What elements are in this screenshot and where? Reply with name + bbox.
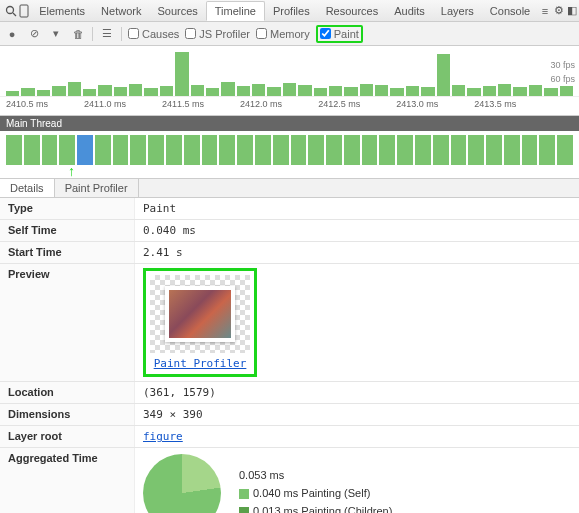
agg-total: 0.053 ms: [239, 466, 392, 484]
type-label: Type: [0, 198, 135, 219]
aggtime-legend: 0.053 ms 0.040 ms Painting (Self) 0.013 …: [239, 466, 392, 514]
aggtime-label: Aggregated Time: [0, 448, 135, 513]
tab-sources[interactable]: Sources: [149, 2, 205, 20]
causes-checkbox[interactable]: Causes: [128, 28, 179, 40]
detail-tabs: Details Paint Profiler: [0, 179, 579, 198]
devtools-tabbar: Elements Network Sources Timeline Profil…: [0, 0, 579, 22]
dock-icon[interactable]: ◧: [565, 3, 579, 19]
fps-30-label: 30 fps: [550, 60, 575, 70]
separator: [121, 27, 122, 41]
selftime-value: 0.040 ms: [135, 220, 579, 241]
overview-chart[interactable]: 30 fps 60 fps 2410.5 ms2411.0 ms2411.5 m…: [0, 46, 579, 116]
svg-rect-2: [20, 5, 28, 17]
paint-profiler-link[interactable]: Paint Profiler: [154, 357, 247, 370]
selftime-label: Self Time: [0, 220, 135, 241]
drawer-icon[interactable]: ≡: [538, 3, 552, 19]
tab-audits[interactable]: Audits: [386, 2, 433, 20]
aggtime-pie: [143, 454, 221, 514]
legend-swatch-self: [239, 489, 249, 499]
filter-icon[interactable]: ▾: [48, 26, 64, 42]
overview-bars: [0, 46, 579, 96]
dimensions-label: Dimensions: [0, 404, 135, 425]
tab-profiles[interactable]: Profiles: [265, 2, 318, 20]
gear-icon[interactable]: ⚙: [552, 3, 566, 19]
main-thread-header: Main Thread: [0, 116, 579, 131]
paint-checkbox-highlight: Paint: [316, 25, 363, 43]
preview-highlight: Paint Profiler: [143, 268, 257, 377]
memory-checkbox[interactable]: Memory: [256, 28, 310, 40]
main-thread-track[interactable]: ↑: [0, 131, 579, 179]
starttime-value: 2.41 s: [135, 242, 579, 263]
legend-swatch-children: [239, 507, 249, 513]
clear-icon[interactable]: ⊘: [26, 26, 42, 42]
view-icon[interactable]: ☰: [99, 26, 115, 42]
separator: [92, 27, 93, 41]
tab-resources[interactable]: Resources: [318, 2, 387, 20]
selection-arrow-icon: ↑: [68, 163, 75, 179]
svg-point-0: [6, 6, 13, 13]
preview-image: [165, 286, 235, 342]
tab-network[interactable]: Network: [93, 2, 149, 20]
preview-label: Preview: [0, 264, 135, 381]
preview-thumbnail: [150, 275, 250, 353]
overview-xaxis: 2410.5 ms2411.0 ms2411.5 ms2412.0 ms2412…: [0, 96, 579, 111]
fps-60-label: 60 fps: [550, 74, 575, 84]
agg-self: 0.040 ms Painting (Self): [253, 487, 370, 499]
tab-details[interactable]: Details: [0, 179, 55, 197]
location-value: (361, 1579): [135, 382, 579, 403]
timeline-toolbar: ● ⊘ ▾ 🗑 ☰ Causes JS Profiler Memory Pain…: [0, 22, 579, 46]
paint-checkbox[interactable]: Paint: [320, 28, 359, 40]
tab-elements[interactable]: Elements: [31, 2, 93, 20]
gc-icon[interactable]: 🗑: [70, 26, 86, 42]
search-icon[interactable]: [4, 3, 18, 19]
details-panel: TypePaint Self Time0.040 ms Start Time2.…: [0, 198, 579, 513]
tab-paint-profiler[interactable]: Paint Profiler: [55, 179, 139, 197]
agg-children: 0.013 ms Painting (Children): [253, 505, 392, 514]
tab-layers[interactable]: Layers: [433, 2, 482, 20]
tab-timeline[interactable]: Timeline: [206, 1, 265, 21]
device-icon[interactable]: [18, 3, 32, 19]
layerroot-link[interactable]: figure: [143, 430, 183, 443]
tab-console[interactable]: Console: [482, 2, 538, 20]
dimensions-value: 349 × 390: [135, 404, 579, 425]
location-label: Location: [0, 382, 135, 403]
type-value: Paint: [135, 198, 579, 219]
record-icon[interactable]: ●: [4, 26, 20, 42]
starttime-label: Start Time: [0, 242, 135, 263]
layerroot-label: Layer root: [0, 426, 135, 447]
svg-line-1: [13, 13, 16, 16]
jsprofiler-checkbox[interactable]: JS Profiler: [185, 28, 250, 40]
